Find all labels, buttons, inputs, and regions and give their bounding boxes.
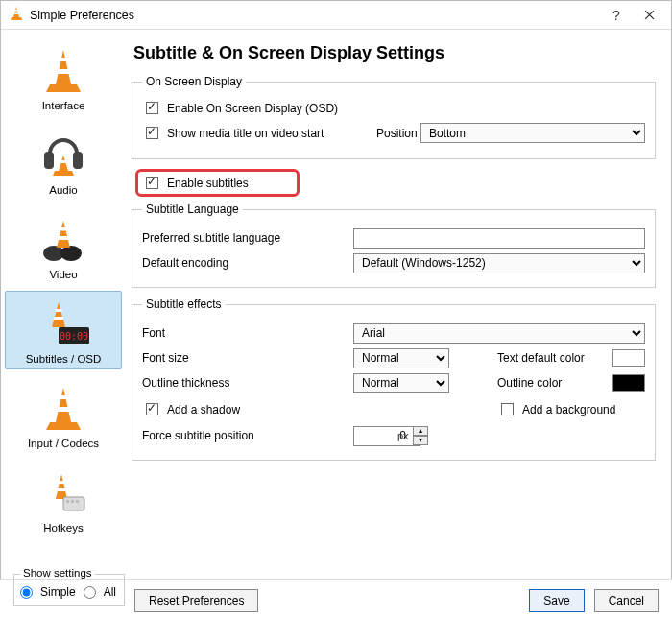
svg-rect-9 [60,227,67,231]
subtitles-cone-icon: 00:00 [6,297,121,351]
text-color-label: Text default color [497,351,603,365]
sidebar-item-label: Interface [6,100,121,111]
svg-rect-3 [58,69,69,74]
enable-subtitles-checkbox[interactable] [146,177,158,189]
add-shadow-checkbox[interactable] [146,403,158,415]
show-media-title-checkbox[interactable] [146,127,158,139]
show-settings-label: Show settings [20,567,95,579]
sidebar: Interface Audio Video 00:00 Subtitles / … [1,30,126,580]
enable-osd-checkbox[interactable] [146,102,158,114]
svg-rect-1 [14,13,19,15]
force-position-input[interactable] [353,426,420,446]
svg-rect-5 [73,152,83,169]
spinner-up-icon[interactable]: ▴ [413,426,428,436]
enable-subtitles-highlight: Enable subtitles [135,169,300,197]
mode-all-radio[interactable]: All [84,585,116,599]
svg-rect-6 [60,160,66,163]
hotkey-cone-icon [6,466,121,520]
cone-icon [6,44,121,98]
svg-rect-0 [15,10,18,12]
close-button[interactable] [633,2,665,29]
outline-thickness-select[interactable]: Normal [353,373,449,393]
default-encoding-label: Default encoding [142,256,353,270]
sidebar-item-label: Subtitles / OSD [6,353,121,365]
cancel-button[interactable]: Cancel [594,589,659,612]
subtitle-language-group: Subtitle Language Preferred subtitle lan… [132,202,656,288]
add-shadow-label: Add a shadow [167,403,240,416]
svg-rect-18 [58,488,65,491]
position-label: Position [376,127,420,140]
group-legend: Subtitle Language [142,202,243,216]
show-settings-group: Show settings Simple All [13,574,125,606]
preferred-language-input[interactable] [353,228,645,249]
vlc-logo-icon [9,6,24,24]
main-panel: Subtitle & On Screen Display Settings On… [126,30,671,580]
sidebar-item-label: Hotkeys [6,522,121,534]
sidebar-item-video[interactable]: Video [5,206,122,285]
default-encoding-select[interactable]: Default (Windows-1252) [353,253,645,273]
svg-rect-20 [66,500,69,503]
position-select[interactable]: Bottom [420,123,645,143]
svg-text:00:00: 00:00 [60,331,88,342]
svg-rect-2 [60,58,67,61]
svg-rect-17 [59,481,64,484]
font-select[interactable]: Arial [353,323,645,344]
sidebar-item-hotkeys[interactable]: Hotkeys [5,460,122,538]
osd-group: On Screen Display Enable On Screen Displ… [132,75,656,159]
show-media-title-label: Show media title on video start [167,127,324,140]
sidebar-item-interface[interactable]: Interface [5,37,122,116]
font-size-select[interactable]: Normal [353,348,449,368]
add-background-checkbox[interactable] [501,403,514,415]
film-cone-icon [6,213,121,267]
bottom-bar: Show settings Simple All Reset Preferenc… [0,579,672,617]
svg-rect-22 [76,500,79,503]
outline-color-swatch[interactable] [612,374,645,392]
svg-rect-11 [56,309,62,312]
mode-simple-radio[interactable]: Simple [20,585,76,599]
reset-preferences-button[interactable]: Reset Preferences [134,589,258,612]
page-title: Subtitle & On Screen Display Settings [133,43,656,63]
sidebar-item-subtitles[interactable]: 00:00 Subtitles / OSD [5,291,122,369]
svg-rect-21 [71,500,74,503]
force-position-spinner[interactable]: px ▴ ▾ [353,426,428,446]
save-button[interactable]: Save [529,589,584,612]
window-title: Simple Preferences [30,9,600,22]
sidebar-item-label: Input / Codecs [6,438,121,449]
font-label: Font [142,326,353,340]
group-legend: Subtitle effects [142,297,226,311]
help-button[interactable]: ? [600,2,633,29]
enable-osd-label: Enable On Screen Display (OSD) [167,102,338,115]
sidebar-item-audio[interactable]: Audio [5,122,122,201]
sidebar-item-label: Audio [6,184,121,196]
text-color-swatch[interactable] [612,349,645,367]
svg-point-8 [60,246,82,261]
spinner-down-icon[interactable]: ▾ [413,436,428,445]
titlebar: Simple Preferences ? [1,1,671,30]
force-position-label: Force subtitle position [142,429,353,442]
svg-rect-10 [59,236,68,240]
outline-thickness-label: Outline thickness [142,376,353,390]
add-background-label: Add a background [522,403,615,416]
svg-rect-16 [58,407,69,412]
svg-rect-15 [60,395,67,399]
svg-rect-4 [44,152,54,169]
svg-rect-19 [63,497,84,510]
svg-rect-12 [54,317,63,320]
group-legend: On Screen Display [142,75,246,88]
outline-color-label: Outline color [497,376,603,390]
subtitle-effects-group: Subtitle effects Font Arial Font size No… [132,297,656,461]
headphones-cone-icon [6,129,121,182]
font-size-label: Font size [142,351,353,365]
sidebar-item-label: Video [6,269,121,280]
enable-subtitles-label: Enable subtitles [167,177,249,190]
preferred-language-label: Preferred subtitle language [142,231,353,245]
sidebar-item-input-codecs[interactable]: Input / Codecs [5,375,122,454]
cone-icon [6,382,121,436]
